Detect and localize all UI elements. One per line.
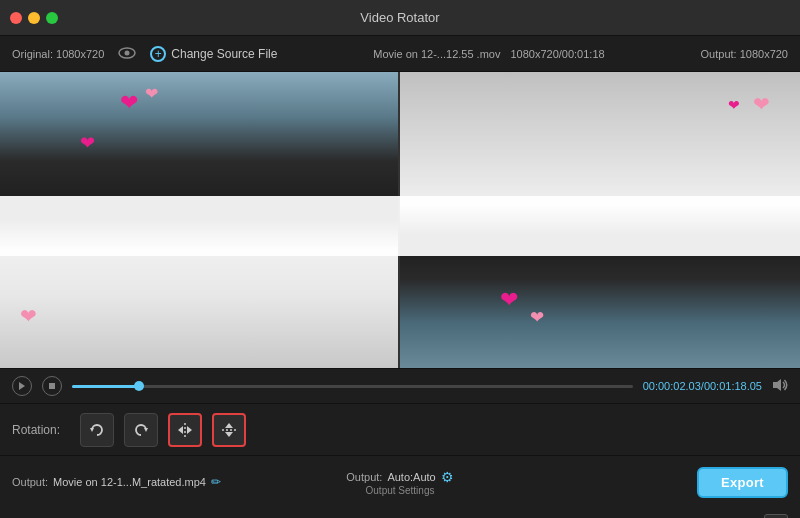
privacy-blur-bar <box>0 196 800 256</box>
svg-marker-9 <box>187 426 192 434</box>
svg-marker-11 <box>225 423 233 428</box>
rotate-left-button[interactable] <box>80 413 114 447</box>
progress-thumb <box>134 381 144 391</box>
rotation-bar: Rotation: <box>0 404 800 456</box>
gear-icon[interactable]: ⚙ <box>441 469 454 485</box>
progress-fill <box>72 385 139 388</box>
current-time: 00:00:02.03 <box>643 380 701 392</box>
output-settings-prefix: Output: <box>346 471 382 483</box>
total-time: 00:01:18.05 <box>704 380 762 392</box>
output-bar: Output: Movie on 12-1...M_ratated.mp4 ✏ … <box>0 456 800 508</box>
output-auto: Output: Auto:Auto ⚙ <box>346 469 453 485</box>
minimize-button[interactable] <box>28 12 40 24</box>
heart-2: ❤ <box>145 84 158 103</box>
heart-7: ❤ <box>530 307 544 328</box>
time-display: 00:00:02.03/00:01:18.05 <box>643 380 762 392</box>
maximize-button[interactable] <box>46 12 58 24</box>
flip-horizontal-icon <box>176 421 194 439</box>
flip-vertical-button[interactable] <box>212 413 246 447</box>
svg-rect-3 <box>49 383 55 389</box>
output-file-area: Output: Movie on 12-1...M_ratated.mp4 ✏ <box>12 475 221 489</box>
progress-area <box>72 385 633 388</box>
output-settings-label: Output Settings <box>366 485 435 496</box>
heart-4: ❤ <box>20 304 37 328</box>
rotate-right-button[interactable] <box>124 413 158 447</box>
output-prefix: Output: <box>12 476 48 488</box>
output-settings-area: Output: Auto:Auto ⚙ Output Settings <box>346 469 453 496</box>
edit-icon[interactable]: ✏ <box>211 475 221 489</box>
play-button[interactable] <box>12 376 32 396</box>
stop-icon <box>48 382 56 390</box>
eye-svg <box>118 47 136 59</box>
svg-point-1 <box>125 50 130 55</box>
original-resolution: Original: 1080x720 <box>12 48 104 60</box>
svg-marker-8 <box>178 426 183 434</box>
heart-8: ❤ <box>728 97 740 113</box>
heart-6: ❤ <box>500 287 518 313</box>
export-button[interactable]: Export <box>697 467 788 498</box>
volume-svg <box>772 378 788 392</box>
plus-circle-icon: + <box>150 46 166 62</box>
playback-bar: 00:00:02.03/00:01:18.05 <box>0 368 800 404</box>
file-resolution: 1080x720/00:01:18 <box>510 48 604 60</box>
heart-1: ❤ <box>120 90 138 116</box>
change-source-button[interactable]: + Change Source File <box>150 46 277 62</box>
output-auto-value: Auto:Auto <box>387 471 435 483</box>
svg-marker-6 <box>144 428 148 432</box>
svg-marker-4 <box>773 379 781 391</box>
title-bar: Video Rotator <box>0 0 800 36</box>
play-icon <box>18 381 26 391</box>
change-source-label: Change Source File <box>171 47 277 61</box>
close-button[interactable] <box>10 12 22 24</box>
file-info: Movie on 12-...12.55 .mov 1080x720/00:01… <box>291 48 686 60</box>
progress-track[interactable] <box>72 385 633 388</box>
top-bar: Original: 1080x720 + Change Source File … <box>0 36 800 72</box>
output-resolution: Output: 1080x720 <box>701 48 788 60</box>
heart-5: ❤ <box>753 92 770 116</box>
rotation-label: Rotation: <box>12 423 70 437</box>
flip-vertical-icon <box>220 421 238 439</box>
svg-marker-2 <box>19 382 25 390</box>
video-area: ❤ ❤ ❤ ❤ ❤ ❤ ❤ ❤ <box>0 72 800 368</box>
heart-3: ❤ <box>80 132 95 154</box>
traffic-lights <box>10 12 58 24</box>
app-title: Video Rotator <box>360 10 439 25</box>
eye-icon[interactable] <box>118 46 136 62</box>
flip-horizontal-button[interactable] <box>168 413 202 447</box>
volume-icon[interactable] <box>772 378 788 395</box>
svg-marker-5 <box>90 428 94 432</box>
output-filename: Movie on 12-1...M_ratated.mp4 <box>53 476 206 488</box>
file-name: Movie on 12-...12.55 .mov <box>373 48 500 60</box>
rotate-right-icon <box>132 421 150 439</box>
svg-marker-12 <box>225 432 233 437</box>
save-bar: Save to: /Users/mac/Movies/Video Rotator… <box>0 508 800 518</box>
browse-folder-button[interactable] <box>764 514 788 518</box>
rotate-left-icon <box>88 421 106 439</box>
stop-button[interactable] <box>42 376 62 396</box>
